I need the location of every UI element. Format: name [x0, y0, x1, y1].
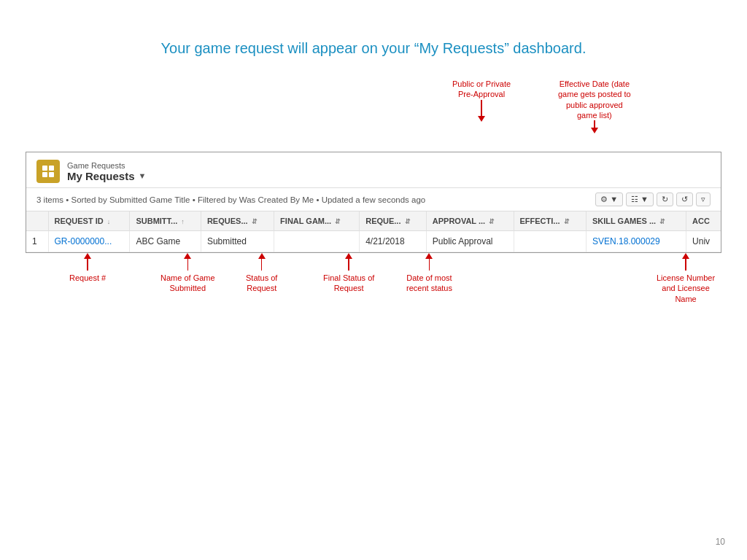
grid-icon [41, 164, 55, 179]
request-id-link[interactable]: GR-0000000... [55, 236, 112, 246]
annotation-final-status: Final Status ofRequest [323, 253, 374, 294]
submitted-game-cell: ABC Game [130, 231, 201, 252]
col-request-status[interactable]: REQUES... ⇵ [201, 211, 274, 231]
table-header-row: REQUEST ID ↓ SUBMITT... ↑ REQUES... ⇵ FI… [26, 211, 721, 231]
svg-rect-1 [49, 166, 54, 171]
col-submitted[interactable]: SUBMITT... ↑ [130, 211, 201, 231]
request-status-cell: Submitted [201, 231, 274, 252]
dashboard-title-block: Game Requests My Requests ▼ [67, 161, 146, 182]
annotation-date-text: Date of mostrecent status [406, 273, 452, 294]
annotation-request-num-text: Request # [69, 273, 106, 283]
columns-button[interactable]: ☷ ▼ [626, 192, 654, 206]
filter-button[interactable]: ▿ [696, 192, 711, 206]
settings-button[interactable]: ⚙ ▼ [595, 192, 623, 206]
dashboard-header: Game Requests My Requests ▼ [26, 152, 721, 188]
skill-games-link[interactable]: SVEN.18.000029 [592, 236, 660, 246]
request-id-cell[interactable]: GR-0000000... [48, 231, 130, 252]
filter-actions: ⚙ ▼ ☷ ▼ ↻ ↺ ▿ [595, 192, 711, 206]
annotation-public-private: Public or PrivatePre-Approval [452, 79, 511, 122]
col-approval[interactable]: APPROVAL ... ⇵ [426, 211, 514, 231]
dashboard-icon [36, 160, 60, 183]
page-number: 10 [716, 537, 725, 547]
refresh-alt-button[interactable]: ↺ [676, 192, 693, 206]
skill-games-cell[interactable]: SVEN.18.000029 [586, 231, 686, 252]
filter-text: 3 items • Sorted by Submitted Game Title… [36, 195, 425, 204]
annotation-license: License Numberand LicenseeName [657, 253, 715, 304]
effective-cell [514, 231, 586, 252]
table-container: REQUEST ID ↓ SUBMITT... ↑ REQUES... ⇵ FI… [26, 211, 721, 252]
annotation-status-text: Status ofRequest [246, 273, 277, 294]
annotation-effective-date-text: Effective Date (dategame gets posted top… [558, 79, 631, 120]
annotation-final-status-text: Final Status ofRequest [323, 273, 374, 294]
col-request-id[interactable]: REQUEST ID ↓ [48, 211, 130, 231]
approval-cell: Public Approval [426, 231, 514, 252]
final-game-cell [274, 231, 360, 252]
col-skill-games[interactable]: SKILL GAMES ... ⇵ [586, 211, 686, 231]
svg-rect-3 [49, 172, 54, 177]
svg-rect-2 [42, 172, 47, 177]
col-num [26, 211, 48, 231]
dashboard-title-text: My Requests [67, 170, 135, 182]
chevron-down-icon[interactable]: ▼ [139, 171, 147, 180]
dashboard-box: Game Requests My Requests ▼ 3 items • So… [26, 152, 721, 253]
annotation-request-num: Request # [69, 253, 106, 283]
refresh-button[interactable]: ↻ [657, 192, 673, 206]
dashboard-subtitle: Game Requests [67, 161, 146, 170]
page-container: Your game request will appear on your “M… [0, 0, 747, 560]
svg-rect-0 [42, 166, 47, 171]
col-final-game[interactable]: FINAL GAM... ⇵ [274, 211, 360, 231]
annotation-public-private-text: Public or PrivatePre-Approval [452, 79, 511, 100]
col-effective[interactable]: EFFECTI... ⇵ [514, 211, 586, 231]
table-row: 1 GR-0000000... ABC Game Submitted 4/21/… [26, 231, 721, 252]
annotation-game-name-text: Name of GameSubmitted [160, 273, 215, 294]
dashboard-title[interactable]: My Requests ▼ [67, 170, 146, 182]
filter-bar: 3 items • Sorted by Submitted Game Title… [26, 188, 721, 211]
reque-date-cell: 4/21/2018 [360, 231, 427, 252]
annotation-status: Status ofRequest [246, 253, 277, 294]
page-headline: Your game request will appear on your “M… [0, 0, 747, 71]
col-acc[interactable]: ACC [686, 211, 721, 231]
acc-cell: Univ [686, 231, 721, 252]
row-number: 1 [26, 231, 48, 252]
annotation-game-name: Name of GameSubmitted [160, 253, 215, 294]
annotation-effective-date: Effective Date (dategame gets posted top… [558, 79, 631, 133]
annotation-date: Date of mostrecent status [406, 253, 452, 294]
annotation-license-text: License Numberand LicenseeName [657, 273, 715, 304]
col-reque-date[interactable]: REQUE... ⇵ [360, 211, 427, 231]
requests-table: REQUEST ID ↓ SUBMITT... ↑ REQUES... ⇵ FI… [26, 211, 721, 252]
